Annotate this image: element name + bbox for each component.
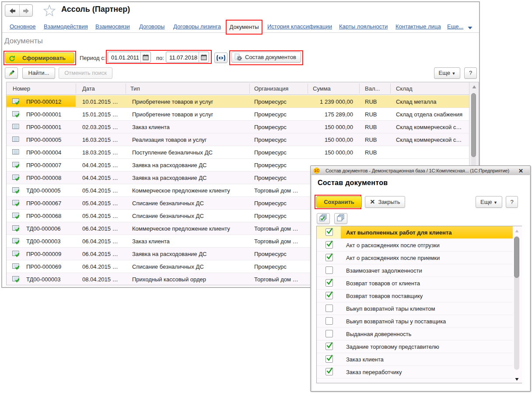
- svg-text:1С: 1С: [314, 168, 319, 173]
